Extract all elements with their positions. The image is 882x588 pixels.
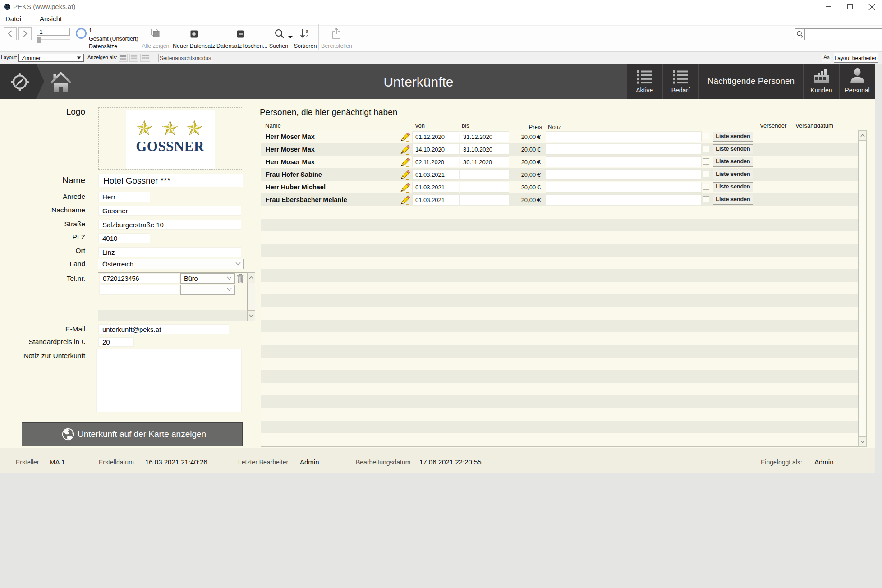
- svg-text:a: a: [306, 29, 308, 34]
- svg-text:z: z: [306, 33, 308, 38]
- svg-text:GOSSNER: GOSSNER: [136, 138, 204, 154]
